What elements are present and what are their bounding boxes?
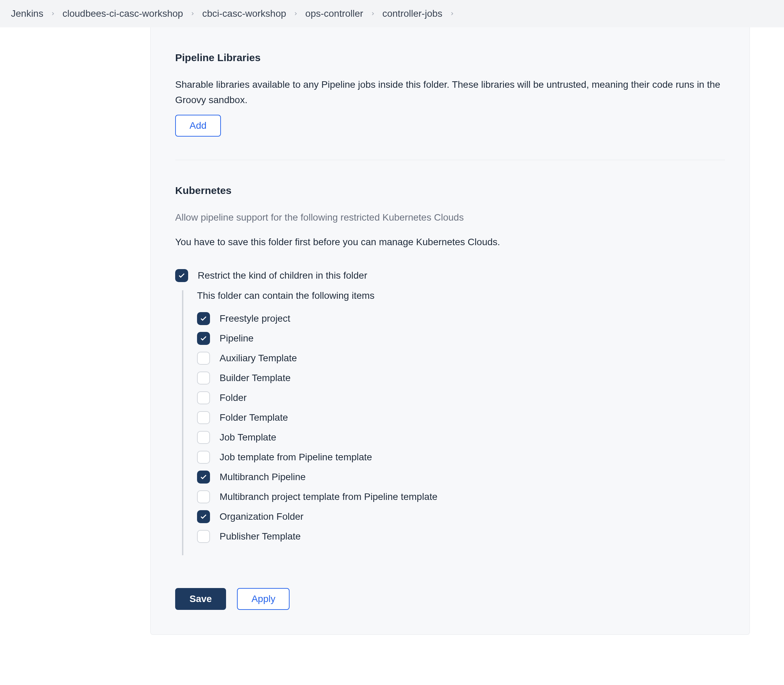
breadcrumb-item-ops[interactable]: ops-controller (305, 8, 363, 19)
kubernetes-subdescription: Allow pipeline support for the following… (175, 210, 725, 226)
child-type-checkbox[interactable] (197, 530, 210, 543)
child-type-row: Folder (197, 391, 725, 404)
chevron-right-icon (450, 11, 455, 16)
child-type-label: Multibranch Pipeline (219, 472, 305, 482)
pipeline-libraries-section: Pipeline Libraries Sharable libraries av… (175, 27, 725, 136)
child-type-row: Freestyle project (197, 312, 725, 325)
child-type-row: Pipeline (197, 332, 725, 345)
child-type-checkbox[interactable] (197, 411, 210, 424)
child-type-checkbox[interactable] (197, 391, 210, 404)
kubernetes-section: Kubernetes Allow pipeline support for th… (175, 160, 725, 555)
child-type-checkbox[interactable] (197, 451, 210, 464)
child-type-checkbox[interactable] (197, 510, 210, 523)
child-type-label: Pipeline (219, 333, 254, 344)
breadcrumb-item-cbci[interactable]: cbci-casc-workshop (202, 8, 286, 19)
child-type-row: Job Template (197, 431, 725, 444)
chevron-right-icon (50, 11, 56, 16)
restrict-children-label: Restrict the kind of children in this fo… (198, 270, 367, 281)
chevron-right-icon (370, 11, 376, 16)
apply-button[interactable]: Apply (237, 588, 290, 610)
child-type-checkbox[interactable] (197, 471, 210, 484)
child-type-label: Publisher Template (219, 531, 301, 542)
breadcrumb-item-workshop[interactable]: cloudbees-ci-casc-workshop (62, 8, 183, 19)
children-types-label: This folder can contain the following it… (197, 290, 725, 301)
chevron-right-icon (293, 11, 299, 16)
child-type-row: Auxiliary Template (197, 352, 725, 365)
child-type-label: Auxiliary Template (219, 353, 297, 364)
restrict-children-row: Restrict the kind of children in this fo… (175, 269, 725, 282)
child-type-label: Job Template (219, 432, 276, 443)
child-type-checkbox[interactable] (197, 332, 210, 345)
kubernetes-notice: You have to save this folder first befor… (175, 235, 725, 250)
child-type-label: Freestyle project (219, 313, 290, 324)
child-type-row: Builder Template (197, 372, 725, 385)
child-type-label: Folder (219, 392, 247, 403)
add-library-button[interactable]: Add (175, 115, 221, 136)
config-form-panel: Pipeline Libraries Sharable libraries av… (150, 27, 750, 635)
child-type-checkbox[interactable] (197, 490, 210, 503)
child-type-row: Organization Folder (197, 510, 725, 523)
child-type-row: Publisher Template (197, 530, 725, 543)
child-type-label: Builder Template (219, 373, 291, 383)
save-button[interactable]: Save (175, 588, 226, 610)
breadcrumb: Jenkins cloudbees-ci-casc-workshop cbci-… (0, 0, 784, 27)
pipeline-libraries-title: Pipeline Libraries (175, 52, 725, 63)
child-type-row: Multibranch Pipeline (197, 471, 725, 484)
child-type-label: Multibranch project template from Pipeli… (219, 491, 437, 502)
child-type-label: Organization Folder (219, 511, 304, 522)
chevron-right-icon (190, 11, 195, 16)
breadcrumb-item-jenkins[interactable]: Jenkins (11, 8, 43, 19)
child-type-checkbox[interactable] (197, 352, 210, 365)
child-type-label: Job template from Pipeline template (219, 452, 372, 463)
breadcrumb-item-controller-jobs[interactable]: controller-jobs (382, 8, 443, 19)
child-type-checkbox[interactable] (197, 431, 210, 444)
child-type-row: Job template from Pipeline template (197, 451, 725, 464)
sidebar-spacer (0, 27, 150, 635)
child-type-row: Folder Template (197, 411, 725, 424)
restrict-children-checkbox[interactable] (175, 269, 188, 282)
child-type-checkbox[interactable] (197, 312, 210, 325)
children-types-block: This folder can contain the following it… (182, 290, 725, 555)
child-type-checkbox[interactable] (197, 372, 210, 385)
pipeline-libraries-description: Sharable libraries available to any Pipe… (175, 77, 725, 108)
form-buttons: Save Apply (175, 588, 725, 610)
child-type-row: Multibranch project template from Pipeli… (197, 490, 725, 503)
child-type-label: Folder Template (219, 412, 288, 423)
kubernetes-title: Kubernetes (175, 185, 725, 196)
